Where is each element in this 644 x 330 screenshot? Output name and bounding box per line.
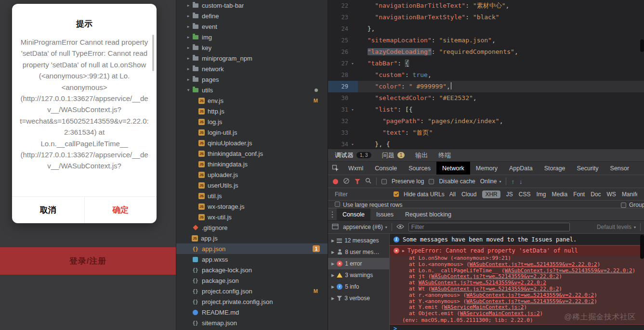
more-options-icon[interactable]: ⋮ <box>328 208 337 220</box>
filter-chip-js[interactable]: JS <box>506 191 513 198</box>
tree-item[interactable]: JSlogin-util.js <box>176 127 328 138</box>
devtools-tab-sources[interactable]: Sources <box>403 162 436 175</box>
chevron-right-icon[interactable]: ▸ <box>185 13 192 18</box>
stack-link[interactable]: WASubContext.js?t=we…52143559&v=2.22.0:2 <box>470 262 597 267</box>
stack-link[interactable]: WAServiceMainContext.js:2 <box>444 305 524 310</box>
hide-data-urls-checkbox[interactable] <box>394 191 399 197</box>
filter-chip-font[interactable]: Font <box>573 191 585 198</box>
login-register-button[interactable]: 登录/注册 <box>0 247 176 275</box>
group-by-frame-checkbox[interactable] <box>621 203 626 208</box>
tree-item[interactable]: JSwx-storage.js <box>176 201 328 212</box>
console-sidebar-item[interactable]: ▶×1 error <box>328 258 389 269</box>
console-tab-issues[interactable]: Issues <box>370 208 399 220</box>
tree-item[interactable]: JSutil.js <box>176 190 328 201</box>
preserve-log-checkbox[interactable] <box>381 179 387 184</box>
console-sidebar-item[interactable]: ▶i5 info <box>328 281 389 292</box>
code-line[interactable]: 30 "selectedColor": "#EE2532", <box>328 92 644 104</box>
tree-item[interactable]: {}package-lock.json <box>176 265 328 275</box>
console-tab-request-blocking[interactable]: Request blocking <box>399 208 457 220</box>
tree-item[interactable]: JSthinkingdata.js <box>176 159 328 169</box>
record-button[interactable] <box>333 179 338 184</box>
stack-link[interactable]: WASubContext.js?t=we…52143559&v=2.22.0:2 <box>466 299 594 305</box>
console-filter-input[interactable]: Filter <box>408 223 570 231</box>
search-icon[interactable] <box>365 178 371 185</box>
console-prompt[interactable]: > <box>390 325 644 330</box>
editor-scrollbar[interactable] <box>640 39 644 52</box>
tree-item[interactable]: JSlog.js <box>176 116 328 127</box>
code-line[interactable]: 28 "custom": true, <box>328 69 644 81</box>
stack-link[interactable]: WASubContext.js?t=we…52143559&v=2.22.0:2 <box>505 268 632 274</box>
clear-icon[interactable] <box>343 178 350 186</box>
devtools-tab-storage[interactable]: Storage <box>539 162 571 175</box>
stack-link[interactable]: WASubContext.js?t=we…52143559&v=2.22.0:2 <box>431 286 559 292</box>
chevron-right-icon[interactable]: ▸ <box>185 3 192 8</box>
devtools-tab-wxml[interactable]: Wxml <box>342 162 369 175</box>
tree-item[interactable]: {}project.config.jsonM <box>176 286 328 296</box>
console-sidebar-item[interactable]: ▶3 verbose <box>328 292 389 304</box>
tree-item[interactable]: JSthinkingdata_conf.js <box>176 148 328 159</box>
console-sidebar-item[interactable]: ▶8 user mes… <box>328 246 389 258</box>
tree-item[interactable]: JSwx-util.js <box>176 212 328 222</box>
fold-arrow-icon[interactable]: ▾ <box>348 104 357 115</box>
tree-item[interactable]: app.wxss <box>176 254 328 265</box>
log-levels-dropdown[interactable]: Default levels ▾ <box>597 224 636 230</box>
panel-tab-3[interactable]: 终端 <box>438 151 451 160</box>
tree-item[interactable]: .gitignore <box>176 222 328 233</box>
filter-chip-manifest[interactable]: Manifest <box>622 191 637 198</box>
filter-chip-media[interactable]: Media <box>552 191 567 198</box>
tree-item[interactable]: README.md <box>176 307 328 317</box>
code-line[interactable]: 22 "navigationBarTitleText": "素材中心", <box>328 0 644 12</box>
code-editor[interactable]: 22 "navigationBarTitleText": "素材中心",23 "… <box>328 0 644 149</box>
code-line[interactable]: 34▾ }, { <box>328 139 644 149</box>
tree-item[interactable]: ▾utils <box>176 85 328 95</box>
console-sidebar-item[interactable]: ▶3 warnings <box>328 269 389 281</box>
network-filter-input[interactable]: Filter <box>335 191 389 198</box>
fold-arrow-icon[interactable]: ▾ <box>348 139 357 149</box>
tree-item[interactable]: {}sitemap.json <box>176 317 328 328</box>
import-har-icon[interactable]: ↑ <box>511 178 514 185</box>
filter-chip-xhr[interactable]: XHR <box>482 190 500 198</box>
tree-item[interactable]: {}app.json1 <box>176 243 328 254</box>
chevron-right-icon[interactable]: ▸ <box>185 24 192 29</box>
console-tab-console[interactable]: Console <box>337 208 370 220</box>
code-line[interactable]: 25 "sitemapLocation": "sitemap.json", <box>328 35 644 46</box>
tree-item[interactable]: {}project.private.config.json <box>176 296 328 307</box>
tree-item[interactable]: ▸network <box>176 63 328 74</box>
tree-item[interactable]: JSapp.js <box>176 233 328 243</box>
filter-chip-img[interactable]: Img <box>536 191 546 198</box>
tree-item[interactable]: {}package.json <box>176 275 328 286</box>
error-title-row[interactable]: × ▶ TypeError: Cannot read property 'set… <box>390 246 644 255</box>
tree-item[interactable]: JSuserUtils.js <box>176 180 328 190</box>
devtools-tab-memory[interactable]: Memory <box>470 162 503 175</box>
tree-item[interactable]: ▸pages <box>176 74 328 85</box>
chevron-right-icon[interactable]: ▸ <box>185 77 192 82</box>
tree-item[interactable]: ▸event <box>176 21 328 32</box>
tree-item[interactable]: JSqiniuUploader.js <box>176 138 328 148</box>
filter-chip-all[interactable]: All <box>449 191 456 198</box>
fold-arrow-icon[interactable]: ▾ <box>348 58 357 69</box>
chevron-right-icon[interactable]: ▸ <box>185 56 192 61</box>
stack-link[interactable]: WASubContext.js?t=we…52143559&v=2.22.0:2 <box>431 274 559 279</box>
export-har-icon[interactable]: ↓ <box>519 178 523 185</box>
chevron-right-icon[interactable]: ▸ <box>185 35 192 39</box>
inspect-element-icon[interactable] <box>328 162 342 175</box>
code-line[interactable]: 24 }, <box>328 23 644 35</box>
filter-funnel-icon[interactable] <box>355 179 360 184</box>
code-line[interactable]: 33 "text": "首页" <box>328 127 644 139</box>
disable-cache-checkbox[interactable] <box>429 179 434 184</box>
chevron-right-icon[interactable]: ▸ <box>185 45 192 50</box>
panel-tab-0[interactable]: 调试器1, 3 <box>335 151 371 160</box>
tree-item[interactable]: JSuploader.js <box>176 169 328 180</box>
code-line[interactable]: 27▾ "tabBar": { <box>328 58 644 69</box>
filter-chip-doc[interactable]: Doc <box>591 191 601 198</box>
filter-chip-cloud[interactable]: Cloud <box>461 191 476 198</box>
large-rows-checkbox[interactable] <box>335 202 340 207</box>
tree-item[interactable]: ▸img <box>176 32 328 42</box>
code-line[interactable]: 23 "navigationBarTextStyle": "black" <box>328 12 644 23</box>
panel-tab-1[interactable]: 问题1 <box>382 151 405 160</box>
console-scrollbar[interactable] <box>640 235 644 259</box>
disclosure-arrow-icon[interactable]: ▶ <box>402 249 405 253</box>
code-line[interactable]: 31▾ "list": [{ <box>328 104 644 115</box>
chevron-right-icon[interactable]: ▸ <box>185 66 192 71</box>
tree-item[interactable]: ▸custom-tab-bar <box>176 0 328 11</box>
